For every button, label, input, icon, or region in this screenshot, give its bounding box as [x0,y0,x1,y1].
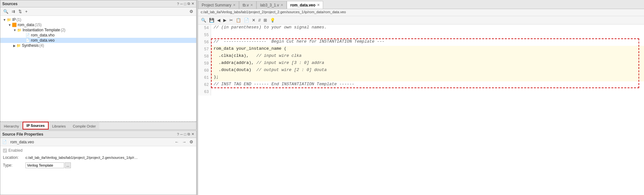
tree-label-vho: rom_data.vho [31,33,54,37]
settings-button[interactable]: ⚙ [188,8,194,15]
line-num-54: 54 [198,25,211,32]
sfp-toolbar: 📄 rom_data.veo ← → ⚙ [0,138,196,146]
editor-redo-button[interactable]: ▶ [222,17,227,23]
line-num-63: 63 [198,88,211,96]
editor-paste-button[interactable]: 📄 [243,17,250,23]
tree-count-ip: (1) [16,17,21,22]
tab-hierarchy-label: Hierarchy [4,124,19,128]
sfp-browse-button[interactable]: ... [65,162,71,168]
line-content-54[interactable]: // (in parentheses) to your own signal n… [211,25,329,32]
tab-libraries-label: Libraries [52,124,66,128]
sfp-settings-button[interactable]: ⚙ [188,139,194,145]
sfp-location-row: Location: c:/all_lab_ila/Verilog_labs/la… [3,155,194,160]
tab-ip-sources[interactable]: IP Sources [23,122,49,129]
tree-item-inst-template[interactable]: ▼ 📁 Instantiation Template (2) [0,27,196,33]
tab-lab3-3-1[interactable]: lab3_3_1.v ✕ [256,1,287,9]
help-icon[interactable]: ? [177,2,179,6]
tab-libraries[interactable]: Libraries [49,122,69,129]
line-num-61: 61 [198,74,211,81]
tree-item-rom-data-veo[interactable]: 📄 rom_data.veo [0,38,196,43]
sfp-maximize-icon[interactable]: □ [184,132,186,136]
tab-compile-order[interactable]: Compile Order [69,122,100,129]
sfp-type-label: Type: [3,163,25,168]
tab-project-summary-label: Project Summary [202,3,231,7]
tab-rom-data-veo-label: rom_data.veo [290,3,315,7]
editor-copy-button[interactable]: 📋 [235,17,242,23]
tree-item-rom-data-vho[interactable]: 📄 rom_data.vho [0,33,196,38]
line-content-56[interactable]: // ----------------- Begin Cut here for … [211,39,387,46]
minimize-icon[interactable]: ─ [180,2,183,6]
line-content-61[interactable]: ); [211,74,221,81]
folder-icon-ip: 📁 [7,18,11,22]
editor-comment-button[interactable]: // [257,17,262,23]
editor-tabs: Project Summary ✕ tb.v ✕ lab3_3_1.v ✕ ro… [198,0,644,9]
add-button[interactable]: + [24,8,29,15]
tree-count-inst-template: (2) [61,28,65,32]
tab-lab3-3-1-close[interactable]: ✕ [281,3,283,7]
editor-cut-button[interactable]: ✂ [228,17,234,23]
sources-tree: ▼ 📁 IP (1) ▼ 🟧 rom_data (15) ▼ 📁 Instant… [0,16,196,121]
maximize-icon[interactable]: □ [184,2,186,6]
sfp-float-icon[interactable]: ⧉ [187,132,190,136]
float-icon[interactable]: ⧉ [187,2,190,6]
code-line-56: 56 // ----------------- Begin Cut here f… [198,39,644,46]
line-content-55[interactable] [211,32,219,39]
sources-titlebar: Sources ? ─ □ ⧉ ✕ [0,0,196,7]
line-content-57[interactable]: rom_data your_instance_name ( [211,46,289,53]
sfp-type-input[interactable] [25,162,64,168]
tab-hierarchy[interactable]: Hierarchy [0,122,23,129]
editor-grid-button[interactable]: ⊞ [263,17,268,23]
line-content-63[interactable] [211,88,219,96]
sources-title: Sources [2,2,17,6]
editor-language-button[interactable]: 💡 [269,17,276,23]
line-content-60[interactable]: .douta(douta) // output wire [2 : 0] dou… [211,67,329,74]
code-line-57: 57 rom_data your_instance_name ( [198,46,644,53]
collapse-all-button[interactable]: ⇉ [11,8,16,15]
sources-titlebar-icons: ? ─ □ ⧉ ✕ [177,2,194,6]
code-line-60: 60 .douta(douta) // output wire [2 : 0] … [198,67,644,74]
tree-arrow-rom-data[interactable]: ▼ [8,23,11,27]
folder-icon-synthesis: 📁 [16,44,21,48]
tab-rom-data-veo-close[interactable]: ✕ [317,3,320,7]
tab-rom-data-veo[interactable]: rom_data.veo ✕ [287,1,323,9]
tree-arrow-synthesis[interactable]: ▶ [13,44,16,47]
tree-item-ip[interactable]: ▼ 📁 IP (1) [0,17,196,22]
editor-filepath: c:/all_lab_ila/Verilog_labs/lab1/project… [198,9,644,16]
line-content-58[interactable]: .clka(clka), // input wire clka [211,53,304,60]
line-content-62[interactable]: // INST TAG END ------ End INSTANTIATION… [211,81,357,88]
tree-label-synthesis: Synthesis [22,43,39,48]
tree-arrow-inst-template[interactable]: ▼ [13,28,16,32]
folder-icon-inst: 📁 [17,28,22,32]
ip-icon-rom-data: 🟧 [12,23,17,27]
expand-all-button[interactable]: ⇅ [17,8,23,15]
search-button[interactable]: 🔍 [2,8,9,15]
file-icon-vho: 📄 [25,33,30,37]
sfp-back-button[interactable]: ← [174,139,180,145]
sfp-content: Enabled Location: c:/all_lab_ila/Verilog… [0,146,196,195]
sfp-help-icon[interactable]: ? [177,132,179,136]
tab-tb-v[interactable]: tb.v ✕ [239,1,256,9]
tree-arrow-ip[interactable]: ▼ [3,18,6,22]
tab-project-summary[interactable]: Project Summary ✕ [198,1,239,9]
code-line-58: 58 .clka(clka), // input wire clka [198,53,644,60]
sfp-close-icon[interactable]: ✕ [191,132,194,136]
file-icon-veo: 📄 [25,38,30,43]
editor-delete-button[interactable]: ✕ [251,17,256,23]
line-num-60: 60 [198,67,211,74]
tab-project-summary-close[interactable]: ✕ [233,3,235,7]
tree-item-synthesis[interactable]: ▶ 📁 Synthesis (4) [0,43,196,48]
sfp-location-label: Location: [3,155,25,160]
editor-undo-button[interactable]: ◀ [216,17,221,23]
editor-search-button[interactable]: 🔍 [200,17,207,23]
close-icon[interactable]: ✕ [191,2,194,6]
sfp-forward-button[interactable]: → [181,139,187,145]
code-line-55: 55 [198,32,644,39]
tree-item-rom-data[interactable]: ▼ 🟧 rom_data (15) [0,22,196,27]
sfp-minimize-icon[interactable]: ─ [180,132,183,136]
editor-toolbar: 🔍 💾 ◀ ▶ ✂ 📋 📄 ✕ // ⊞ 💡 [198,16,644,25]
editor-save-button[interactable]: 💾 [208,17,215,23]
line-content-59[interactable]: .addra(addra), // input wire [3 : 0] add… [211,60,327,67]
tab-tb-v-close[interactable]: ✕ [250,3,253,7]
sources-toolbar: 🔍 ⇉ ⇅ + ⚙ [0,7,196,16]
tree-label-rom-data: rom_data [18,23,34,27]
